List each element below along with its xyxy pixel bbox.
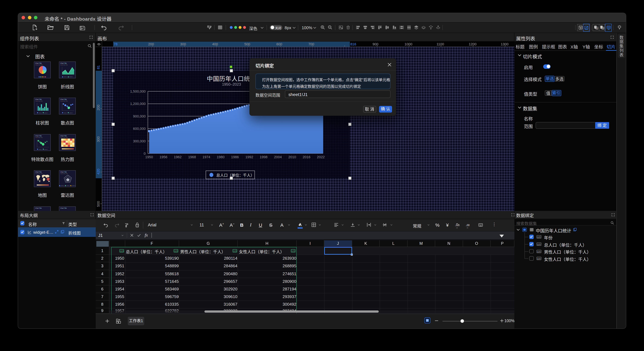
svg-text:1986: 1986 bbox=[231, 155, 239, 159]
svg-text:2004: 2004 bbox=[274, 155, 282, 159]
svg-text:2010: 2010 bbox=[288, 155, 296, 159]
svg-text:600,000: 600,000 bbox=[133, 127, 146, 131]
svg-text:1998: 1998 bbox=[260, 155, 268, 159]
svg-text:2016: 2016 bbox=[303, 155, 310, 159]
svg-text:En: En bbox=[596, 28, 598, 29]
svg-text:1,500,000: 1,500,000 bbox=[130, 89, 146, 93]
svg-text:1962: 1962 bbox=[174, 155, 182, 159]
svg-text:900,000: 900,000 bbox=[133, 114, 146, 118]
svg-text:1950: 1950 bbox=[145, 155, 153, 159]
svg-text:300,000: 300,000 bbox=[133, 139, 146, 143]
svg-text:文: 文 bbox=[602, 27, 604, 29]
svg-text:1,200,000: 1,200,000 bbox=[130, 102, 146, 106]
svg-text:1974: 1974 bbox=[202, 155, 210, 159]
svg-text:1956: 1956 bbox=[160, 155, 167, 159]
svg-text:1980: 1980 bbox=[217, 155, 224, 159]
svg-text:OS: OS bbox=[607, 26, 610, 28]
svg-text:2022: 2022 bbox=[317, 155, 325, 159]
svg-text:1992: 1992 bbox=[246, 155, 253, 159]
svg-text:1968: 1968 bbox=[188, 155, 196, 159]
